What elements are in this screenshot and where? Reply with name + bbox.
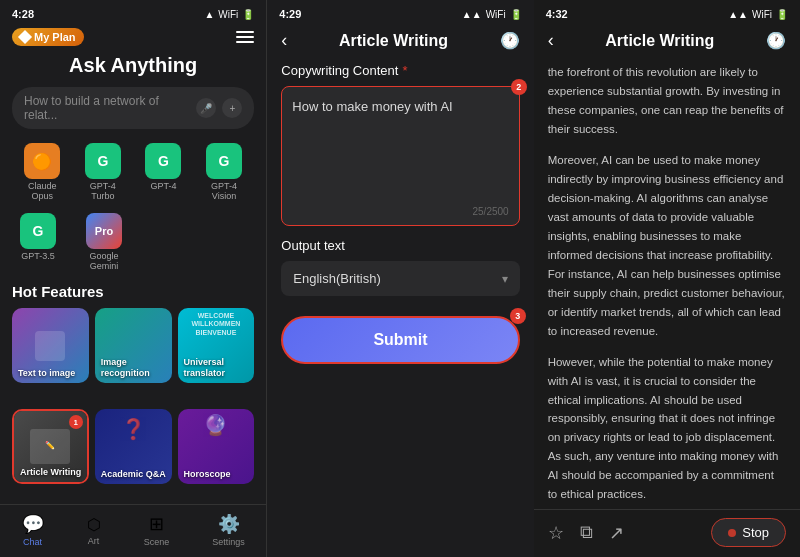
model-row-1: 🟠 ClaudeOpus G GPT-4Turbo G GPT-4 G GPT-… [0,139,266,209]
gemini-icon: Pro [86,213,122,249]
section-label: Copywriting Content * [267,59,533,86]
signal-icon-2: ▲▲ [462,9,482,20]
signal-icon-3: ▲▲ [728,9,748,20]
panel-1: 4:28 ▲ WiFi 🔋 My Plan Ask Anything How t… [0,0,267,557]
p3-history-icon[interactable]: 🕐 [766,31,786,50]
model-claude-opus[interactable]: 🟠 ClaudeOpus [24,143,60,201]
battery-icon-2: 🔋 [510,9,522,20]
p3-title: Article Writing [605,32,714,50]
output-section: Output text English(British) ▾ [267,238,533,306]
p1-title: Ask Anything [0,54,266,87]
panel-3: 4:32 ▲▲ WiFi 🔋 ‹ Article Writing 🕐 the f… [534,0,800,557]
p3-paragraph-2: Moreover, AI can be used to make money i… [548,151,786,341]
nav-settings[interactable]: ⚙️ Settings [212,513,245,547]
wifi-icon-2: WiFi [486,9,506,20]
input-badge: 2 [511,79,527,95]
dropdown-value: English(British) [293,271,380,286]
output-label: Output text [281,238,519,253]
image-recognition-label: Image recognition [101,357,172,379]
search-bar[interactable]: How to build a network of relat... 🎤 + [12,87,254,129]
claude-label: ClaudeOpus [28,181,57,201]
hamburger-line-3 [236,41,254,43]
p3-content: the forefront of this revolution are lik… [534,59,800,509]
p2-header: ‹ Article Writing 🕐 [267,24,533,59]
battery-icon: 🔋 [242,9,254,20]
p3-back-button[interactable]: ‹ [548,30,554,51]
status-icons-2: ▲▲ WiFi 🔋 [462,9,522,20]
p2-title: Article Writing [339,32,448,50]
settings-nav-icon: ⚙️ [218,513,240,535]
hot-features-title: Hot Features [0,279,266,308]
my-plan-label: My Plan [34,31,76,43]
dropdown-arrow-icon: ▾ [502,272,508,286]
p3-bottom-bar: ☆ ⧉ ↗ Stop [534,509,800,557]
share-icon[interactable]: ↗ [609,522,624,544]
feature-bg-horoscope: 🔮 Horoscope [178,409,255,484]
scene-nav-icon: ⊞ [149,513,164,535]
language-dropdown[interactable]: English(British) ▾ [281,261,519,296]
status-bar-1: 4:28 ▲ WiFi 🔋 [0,0,266,24]
my-plan-badge[interactable]: My Plan [12,28,84,46]
gpt4vision-icon: G [206,143,242,179]
stop-button[interactable]: Stop [711,518,786,547]
hamburger-line-2 [236,36,254,38]
bottom-nav: 💬 Chat ⬡ Art ⊞ Scene ⚙️ Settings [0,504,266,557]
model-gpt4-vision[interactable]: G GPT-4Vision [206,143,242,201]
feature-universal-translator[interactable]: WELCOMEWILLKOMMENBIENVENUE Universal tra… [178,308,255,383]
panel-2: 4:29 ▲▲ WiFi 🔋 ‹ Article Writing 🕐 Copyw… [267,0,533,557]
article-writing-badge: 1 [69,415,83,429]
history-icon[interactable]: 🕐 [500,31,520,50]
gpt4-icon: G [145,143,181,179]
hamburger-menu[interactable] [236,31,254,43]
submit-button[interactable]: Submit [281,316,519,364]
p1-header: My Plan [0,24,266,54]
nav-scene[interactable]: ⊞ Scene [144,513,170,547]
gpt35-label: GPT-3.5 [21,251,55,261]
voice-button[interactable]: 🎤 [196,98,216,118]
feature-article-writing[interactable]: ✏️ Article Writing 1 [12,409,89,484]
add-button[interactable]: + [222,98,242,118]
art-nav-icon: ⬡ [87,515,101,534]
p3-paragraph-3: However, while the potential to make mon… [548,353,786,505]
feature-image-recognition[interactable]: Image recognition [95,308,172,383]
wifi-icon: WiFi [218,9,238,20]
gpt4turbo-label: GPT-4Turbo [90,181,116,201]
stop-dot-icon [728,529,736,537]
scene-nav-label: Scene [144,537,170,547]
feature-text-to-image[interactable]: Text to image [12,308,89,383]
content-input-area[interactable]: 2 How to make money with AI 25/2500 [281,86,519,226]
required-star: * [402,63,407,78]
feature-horoscope[interactable]: 🔮 Horoscope [178,409,255,484]
model-gpt4[interactable]: G GPT-4 [145,143,181,201]
features-grid: Text to image Image recognition WELCOMEW… [0,308,266,504]
search-right-icons: 🎤 + [196,98,242,118]
status-time-3: 4:32 [546,8,568,20]
feature-bg-universal-translator: WELCOMEWILLKOMMENBIENVENUE Universal tra… [178,308,255,383]
copy-icon[interactable]: ⧉ [580,522,593,544]
submit-badge: 3 [510,308,526,324]
academic-qa-label: Academic Q&A [101,469,166,480]
content-input-text[interactable]: How to make money with AI [292,97,508,117]
back-button[interactable]: ‹ [281,30,287,51]
bookmark-icon[interactable]: ☆ [548,522,564,544]
gpt35-icon: G [20,213,56,249]
p3-text-2: Moreover, AI can be used to make money i… [548,151,786,341]
status-time-2: 4:29 [279,8,301,20]
model-gemini[interactable]: Pro GoogleGemini [86,213,122,271]
status-time-1: 4:28 [12,8,34,20]
feature-academic-qa[interactable]: ❓ Academic Q&A [95,409,172,484]
gemini-label: GoogleGemini [89,251,118,271]
diamond-icon [18,30,32,44]
model-gpt35[interactable]: G GPT-3.5 [20,213,56,271]
gpt4vision-label: GPT-4Vision [211,181,237,201]
nav-art[interactable]: ⬡ Art [87,515,101,546]
settings-nav-label: Settings [212,537,245,547]
nav-chat[interactable]: 💬 Chat [22,513,44,547]
feature-bg-image-recognition: Image recognition [95,308,172,383]
status-icons-1: ▲ WiFi 🔋 [204,9,254,20]
chat-nav-label: Chat [23,537,42,547]
model-gpt4-turbo[interactable]: G GPT-4Turbo [85,143,121,201]
search-placeholder-text: How to build a network of relat... [24,94,190,122]
p3-text-1: the forefront of this revolution are lik… [548,63,786,139]
char-count: 25/2500 [473,206,509,217]
